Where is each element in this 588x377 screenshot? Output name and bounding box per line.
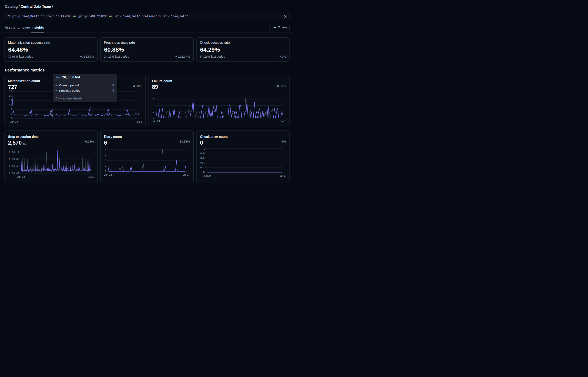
svg-text:0: 0 [203,171,205,174]
svg-text:25: 25 [9,94,12,97]
svg-text:2: 2 [153,110,154,113]
svg-text:1: 1 [203,147,205,150]
svg-text:0: 0 [153,117,154,119]
svg-text:30: 30 [9,90,12,93]
svg-text:0: 0 [11,117,12,120]
svg-text:5: 5 [11,113,12,116]
svg-text:0: 0 [105,170,107,173]
svg-text:4: 4 [105,148,107,151]
svg-text:4: 4 [153,104,154,107]
svg-text:0.6: 0.6 [200,157,205,160]
svg-text:10: 10 [9,108,12,111]
svg-text:2: 2 [105,159,107,162]
svg-text:0:00:12: 0:00:12 [9,151,19,154]
svg-text:3: 3 [105,154,107,157]
svg-text:0:00:00: 0:00:00 [9,172,19,175]
svg-text:0:00:08: 0:00:08 [9,158,19,161]
svg-text:15: 15 [9,104,12,106]
svg-text:0.4: 0.4 [200,162,205,165]
svg-text:8: 8 [153,92,154,95]
svg-text:20: 20 [9,99,12,102]
svg-text:0.8: 0.8 [200,152,205,155]
svg-text:0.2: 0.2 [200,166,205,169]
svg-text:1: 1 [105,165,107,168]
svg-text:6: 6 [153,98,154,101]
svg-text:0:00:04: 0:00:04 [9,165,19,168]
